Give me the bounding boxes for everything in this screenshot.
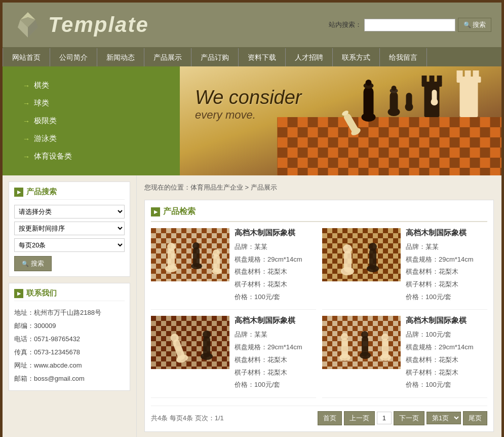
- product-image-2[interactable]: [322, 228, 401, 281]
- product-price-4: 价格：100元/套: [406, 379, 487, 391]
- contact-title-label: 联系我们: [26, 288, 57, 298]
- page-select[interactable]: 第1页: [427, 412, 461, 424]
- svg-rect-60: [151, 316, 229, 369]
- nav-item-jobs[interactable]: 人才招聘: [286, 48, 333, 66]
- svg-point-53: [343, 244, 352, 253]
- search-input[interactable]: [364, 19, 455, 31]
- product-image-3[interactable]: [151, 316, 229, 369]
- product-board-material-1: 棋盘材料：花梨木: [235, 266, 316, 278]
- product-search-section: ▶ 产品搜索 请选择分类 按更新时间排序 每页20条 🔍 搜索: [9, 181, 130, 277]
- category-item-extreme[interactable]: 极限类: [3, 112, 180, 130]
- contact-info: 地址：杭州市万千山路2188号 邮编：300009 电话：0571-987654…: [14, 306, 125, 385]
- product-item: 高档木制国际象棋 品牌：某某 棋盘规格：29cm*14cm 棋盘材料：花梨木 棋…: [151, 228, 316, 310]
- nav-item-download[interactable]: 资料下载: [239, 48, 286, 66]
- page-info: 共4条 每页4条 页次：1/1: [151, 414, 224, 423]
- product-piece-material-4: 棋子材料：花梨木: [406, 367, 487, 379]
- sidebar-menu: 棋类 球类 极限类 游泳类 体育设备类: [3, 66, 180, 175]
- prev-page-button[interactable]: 上一页: [344, 411, 375, 425]
- product-price-2: 价格：100元/套: [406, 291, 487, 304]
- nav-item-order[interactable]: 产品订购: [191, 48, 239, 66]
- logo: Template: [13, 10, 149, 40]
- sidebar-search-button[interactable]: 🔍 搜索: [14, 256, 52, 271]
- perpage-select[interactable]: 每页20条: [14, 238, 125, 252]
- svg-rect-70: [322, 316, 401, 369]
- svg-rect-55: [369, 248, 376, 270]
- product-size-4: 棋盘规格：29cm*14cm: [406, 341, 487, 354]
- logo-icon: [13, 10, 43, 40]
- category-list: 棋类 球类 极限类 游泳类 体育设备类: [3, 77, 180, 165]
- contact-phone: 电话：0571-98765432: [14, 333, 125, 346]
- product-title-3[interactable]: 高档木制国际象棋: [235, 316, 316, 325]
- product-brand-2: 品牌：某某: [406, 241, 487, 253]
- sidebar-search-icon: 🔍: [22, 261, 29, 267]
- nav-item-about[interactable]: 公司简介: [50, 48, 97, 66]
- banner-subline: every move.: [195, 108, 302, 122]
- nav-item-products[interactable]: 产品展示: [144, 48, 191, 66]
- product-image-1[interactable]: [151, 228, 229, 281]
- search-button[interactable]: 🔍 搜索: [458, 18, 491, 32]
- svg-point-76: [361, 331, 368, 338]
- svg-point-40: [167, 243, 175, 251]
- header: Template 站内搜索： 🔍 搜索: [3, 3, 501, 48]
- product-title-4[interactable]: 高档木制国际象棋: [406, 316, 487, 325]
- nav-item-home[interactable]: 网站首页: [3, 48, 50, 66]
- svg-point-79: [381, 334, 389, 341]
- svg-point-73: [341, 333, 348, 340]
- product-price-3: 价格：100元/套: [235, 379, 316, 391]
- pagination: 共4条 每页4条 页次：1/1 首页 上一页 1 下一页 第1页 尾页: [151, 406, 487, 425]
- product-board-material-3: 棋盘材料：花梨木: [235, 354, 316, 367]
- svg-point-56: [369, 243, 377, 251]
- svg-rect-52: [344, 251, 352, 272]
- product-section: ▶ 产品检索: [144, 200, 494, 432]
- contact-section: ▶ 联系我们 地址：杭州市万千山路2188号 邮编：300009 电话：0571…: [9, 283, 130, 391]
- svg-rect-16: [422, 76, 427, 83]
- nav-item-message[interactable]: 给我留言: [380, 48, 427, 66]
- svg-rect-75: [362, 336, 368, 356]
- contact-address: 地址：杭州市万千山路2188号: [14, 306, 125, 319]
- sort-select[interactable]: 按更新时间排序: [14, 222, 125, 235]
- category-item-equipment[interactable]: 体育设备类: [3, 148, 180, 165]
- svg-point-43: [192, 242, 200, 249]
- product-piece-material-1: 棋子材料：花梨木: [235, 278, 316, 291]
- svg-rect-78: [382, 339, 389, 358]
- nav: 网站首页 公司简介 新闻动态 产品展示 产品订购 资料下载 人才招聘 联系方式 …: [3, 48, 501, 66]
- category-item-ball[interactable]: 球类: [3, 94, 180, 112]
- chess-image-3: [151, 316, 229, 369]
- svg-point-66: [203, 331, 211, 339]
- svg-rect-31: [406, 93, 412, 108]
- perpage-select-row: 每页20条: [14, 238, 125, 252]
- product-info-3: 高档木制国际象棋 品牌：某某 棋盘规格：29cm*14cm 棋盘材料：花梨木 棋…: [235, 316, 316, 391]
- product-size-3: 棋盘规格：29cm*14cm: [235, 341, 316, 354]
- last-page-button[interactable]: 尾页: [463, 411, 487, 425]
- product-image-4[interactable]: [322, 316, 401, 369]
- category-select[interactable]: 请选择分类: [14, 205, 125, 218]
- svg-rect-13: [473, 70, 479, 78]
- svg-rect-65: [203, 336, 210, 357]
- nav-item-news[interactable]: 新闻动态: [97, 48, 144, 66]
- contact-email: 邮箱：boss@gmail.com: [14, 372, 125, 385]
- product-piece-material-3: 棋子材料：花梨木: [235, 367, 316, 379]
- product-title-2[interactable]: 高档木制国际象棋: [406, 228, 487, 238]
- contact-title: ▶ 联系我们: [14, 288, 125, 301]
- category-select-row: 请选择分类: [14, 205, 125, 218]
- first-page-button[interactable]: 首页: [318, 411, 342, 425]
- banner-headline: We consider: [195, 87, 302, 108]
- nav-item-contact[interactable]: 联系方式: [333, 48, 380, 66]
- product-size-1: 棋盘规格：29cm*14cm: [235, 253, 316, 266]
- main-content: 您现在的位置：体育用品生产企业 > 产品展示 ▶ 产品检索: [137, 175, 501, 437]
- next-page-button[interactable]: 下一页: [394, 411, 424, 425]
- contact-fax: 传真：0573-12345678: [14, 346, 125, 359]
- svg-point-29: [366, 80, 372, 86]
- category-item-chess[interactable]: 棋类: [3, 77, 180, 94]
- product-section-label: 产品检索: [163, 206, 196, 217]
- svg-rect-42: [193, 247, 200, 267]
- product-section-title: ▶ 产品检索: [151, 206, 487, 222]
- svg-rect-20: [390, 92, 398, 113]
- product-info-1: 高档木制国际象棋 品牌：某某 棋盘规格：29cm*14cm 棋盘材料：花梨木 棋…: [235, 228, 316, 303]
- banner: 棋类 球类 极限类 游泳类 体育设备类: [3, 66, 501, 175]
- category-item-swim[interactable]: 游泳类: [3, 130, 180, 148]
- product-board-material-4: 棋盘材料：花梨木: [406, 354, 487, 367]
- content-area: ▶ 产品搜索 请选择分类 按更新时间排序 每页20条 🔍 搜索: [3, 175, 501, 437]
- search-icon: 🔍: [463, 21, 471, 28]
- product-title-1[interactable]: 高档木制国际象棋: [235, 228, 316, 238]
